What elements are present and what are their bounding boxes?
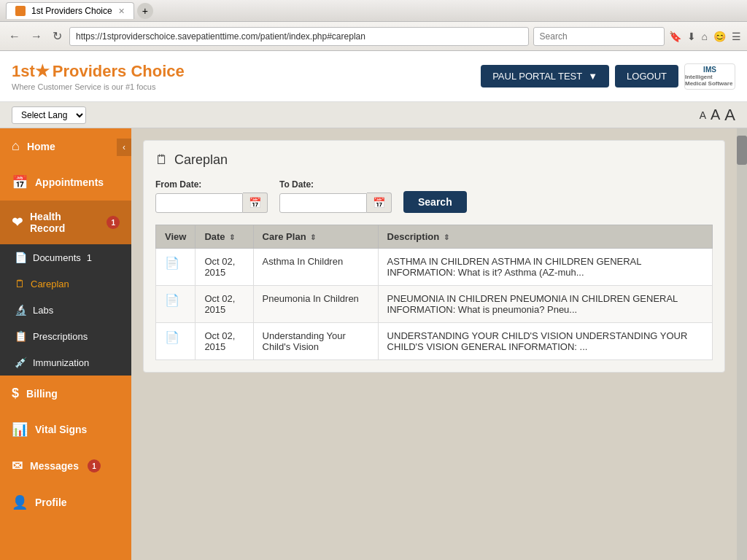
sidebar-health-label: Health Record bbox=[30, 211, 98, 234]
billing-icon: $ bbox=[12, 386, 19, 401]
view-cell[interactable]: 📄 bbox=[156, 286, 196, 323]
description-cell: PNEUMONIA IN CHILDREN PNEUMONIA IN CHILD… bbox=[378, 286, 712, 323]
back-button[interactable]: ← bbox=[6, 28, 23, 44]
user-nav-icon[interactable]: 😊 bbox=[713, 31, 726, 42]
description-sort-icon[interactable]: ⇕ bbox=[444, 233, 449, 241]
user-portal-button[interactable]: PAUL PORTAL TEST ▼ bbox=[481, 65, 609, 88]
calendar-icon: 📅 bbox=[12, 174, 28, 190]
font-increase-button[interactable]: A bbox=[711, 106, 720, 123]
sidebar-item-careplan[interactable]: 🗒 Careplan bbox=[0, 271, 131, 297]
ims-label: IMS bbox=[703, 66, 716, 74]
to-date-label: To Date: bbox=[279, 179, 392, 190]
col-view: View bbox=[156, 225, 196, 249]
sidebar-item-documents[interactable]: 📄 Documents 1 bbox=[0, 244, 131, 271]
font-decrease-button[interactable]: A bbox=[700, 109, 706, 121]
documents-label: Documents bbox=[33, 252, 81, 263]
forward-button[interactable]: → bbox=[28, 28, 45, 44]
tab-close-button[interactable]: ✕ bbox=[118, 7, 125, 16]
vital-signs-label: Vital Signs bbox=[35, 424, 87, 435]
heart-icon: ❤ bbox=[12, 214, 23, 230]
browser-nav-icons: 🔖 ⬇ ⌂ 😊 ☰ bbox=[669, 31, 741, 42]
view-row-icon[interactable]: 📄 bbox=[165, 331, 179, 343]
user-label: PAUL PORTAL TEST bbox=[492, 71, 582, 82]
sidebar-appointments-label: Appointments bbox=[35, 176, 104, 188]
careplan-title: Careplan bbox=[174, 152, 228, 168]
from-date-input[interactable] bbox=[155, 193, 243, 213]
logo-first: 1st★ bbox=[12, 62, 50, 81]
logo: 1st★ Providers Choice bbox=[12, 62, 481, 81]
to-date-input[interactable] bbox=[279, 193, 367, 213]
from-date-calendar-button[interactable]: 📅 bbox=[243, 192, 268, 213]
tab-title: 1st Providers Choice bbox=[31, 6, 112, 16]
sidebar-sub-menu: 📄 Documents 1 🗒 Careplan 🔬 Labs 📋 Prescr… bbox=[0, 244, 131, 376]
address-bar[interactable]: https://1stproviderschoice.savepatientti… bbox=[69, 27, 529, 46]
from-date-group: From Date: 📅 bbox=[155, 179, 268, 213]
careplan-table: View Date ⇕ Care Plan ⇕ Description ⇕ 📄 … bbox=[155, 225, 713, 360]
prescriptions-label: Prescriptions bbox=[33, 331, 88, 342]
app-toolbar: Select Lang A A A bbox=[0, 102, 747, 128]
vitals-icon: 📊 bbox=[12, 421, 28, 438]
immunization-label: Immunization bbox=[33, 357, 89, 368]
view-cell[interactable]: 📄 bbox=[156, 249, 196, 286]
messages-label: Messages bbox=[30, 460, 79, 472]
table-row: 📄 Oct 02, 2015 Understanding Your Child'… bbox=[156, 323, 713, 360]
filter-row: From Date: 📅 To Date: 📅 Search bbox=[155, 179, 713, 213]
browser-titlebar: 1st Providers Choice ✕ + bbox=[0, 0, 747, 22]
new-tab-button[interactable]: + bbox=[137, 3, 153, 19]
bookmarks-icon[interactable]: 🔖 bbox=[669, 31, 681, 42]
col-date: Date ⇕ bbox=[196, 225, 253, 249]
careplan-sort-icon[interactable]: ⇕ bbox=[310, 233, 316, 241]
search-button[interactable]: Search bbox=[403, 191, 467, 213]
to-date-group: To Date: 📅 bbox=[279, 179, 392, 213]
sidebar-item-billing[interactable]: $ Billing bbox=[0, 376, 131, 411]
logout-button[interactable]: LOGOUT bbox=[615, 65, 678, 88]
date-cell: Oct 02, 2015 bbox=[196, 286, 253, 323]
font-controls: A A A bbox=[700, 106, 735, 125]
home-nav-icon[interactable]: ⌂ bbox=[702, 31, 708, 42]
care-plan-cell: Asthma In Children bbox=[253, 249, 378, 286]
sidebar-collapse-button[interactable]: ‹ bbox=[117, 139, 131, 156]
logo-subtitle: Where Customer Service is our #1 focus bbox=[12, 82, 481, 91]
immunization-icon: 💉 bbox=[15, 357, 27, 368]
logo-area: 1st★ Providers Choice Where Customer Ser… bbox=[12, 62, 481, 91]
to-date-calendar-button[interactable]: 📅 bbox=[367, 192, 392, 213]
labs-icon: 🔬 bbox=[15, 304, 27, 316]
sidebar-item-labs[interactable]: 🔬 Labs bbox=[0, 297, 131, 323]
sidebar-item-appointments[interactable]: 📅 Appointments bbox=[0, 164, 131, 201]
sidebar-item-home[interactable]: ⌂ Home ‹ bbox=[0, 128, 131, 164]
sidebar-item-vital-signs[interactable]: 📊 Vital Signs bbox=[0, 411, 131, 448]
description-cell: ASTHMA IN CHILDREN ASTHMA IN CHILDREN GE… bbox=[378, 249, 712, 286]
menu-icon[interactable]: ☰ bbox=[732, 31, 741, 42]
sidebar-item-prescriptions[interactable]: 📋 Prescriptions bbox=[0, 323, 131, 349]
browser-search-input[interactable] bbox=[533, 27, 665, 46]
browser-tab[interactable]: 1st Providers Choice ✕ bbox=[6, 2, 134, 19]
app-header: 1st★ Providers Choice Where Customer Ser… bbox=[0, 51, 747, 102]
table-row: 📄 Oct 02, 2015 Asthma In Children ASTHMA… bbox=[156, 249, 713, 286]
user-dropdown-icon: ▼ bbox=[588, 71, 597, 82]
date-sort-icon[interactable]: ⇕ bbox=[229, 233, 235, 241]
careplan-title-icon: 🗒 bbox=[155, 152, 169, 168]
date-cell: Oct 02, 2015 bbox=[196, 323, 253, 360]
view-row-icon[interactable]: 📄 bbox=[165, 257, 179, 269]
sidebar-item-health-record[interactable]: ❤ Health Record 1 bbox=[0, 201, 131, 244]
language-select[interactable]: Select Lang bbox=[12, 106, 86, 124]
sidebar-home-label: Home bbox=[27, 141, 55, 152]
download-icon[interactable]: ⬇ bbox=[687, 31, 696, 42]
ims-logo: IMS Intelligent Medical Software bbox=[684, 63, 735, 90]
careplan-icon: 🗒 bbox=[15, 278, 25, 289]
careplan-label: Careplan bbox=[31, 279, 69, 289]
view-row-icon[interactable]: 📄 bbox=[165, 294, 179, 306]
sidebar-item-immunization[interactable]: 💉 Immunization bbox=[0, 349, 131, 376]
col-care-plan: Care Plan ⇕ bbox=[253, 225, 378, 249]
logo-brand: Providers Choice bbox=[53, 62, 185, 81]
ims-sub: Intelligent Medical Software bbox=[685, 74, 735, 87]
prescriptions-icon: 📋 bbox=[15, 330, 27, 342]
care-plan-cell: Pneumonia In Children bbox=[253, 286, 378, 323]
browser-navbar: ← → ↻ https://1stproviderschoice.savepat… bbox=[0, 22, 747, 51]
scrollbar-thumb[interactable] bbox=[737, 136, 747, 165]
view-cell[interactable]: 📄 bbox=[156, 323, 196, 360]
refresh-button[interactable]: ↻ bbox=[50, 28, 65, 44]
sidebar-item-profile[interactable]: 👤 Profile bbox=[0, 484, 131, 521]
font-reset-button[interactable]: A bbox=[724, 106, 735, 125]
sidebar-item-messages[interactable]: ✉ Messages 1 bbox=[0, 448, 131, 484]
